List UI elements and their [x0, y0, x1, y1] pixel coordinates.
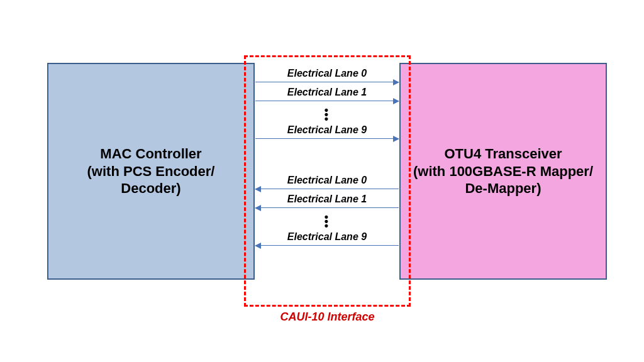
rev-lane-1-arrow [255, 207, 399, 208]
rev-lane-0-label: Electrical Lane 0 [257, 175, 397, 186]
rev-lane-1-label: Electrical Lane 1 [257, 194, 397, 205]
otu4-line1: OTU4 Transceiver [444, 146, 562, 162]
otu4-line2: (with 100GBASE-R Mapper/ [413, 163, 593, 179]
caui-10-interface-label: CAUI-10 Interface [244, 310, 411, 324]
mac-line1: MAC Controller [100, 146, 201, 162]
fwd-lane-9-label: Electrical Lane 9 [257, 124, 397, 136]
mac-controller-block: MAC Controller (with PCS Encoder/ Decode… [47, 63, 255, 280]
fwd-lane-1-arrow [255, 101, 399, 101]
fwd-lane-0-arrow [255, 82, 399, 82]
fwd-lane-0-label: Electrical Lane 0 [257, 68, 397, 79]
otu4-text: OTU4 Transceiver (with 100GBASE-R Mapper… [413, 145, 593, 197]
fwd-lane-1-label: Electrical Lane 1 [257, 87, 397, 98]
diagram-canvas: MAC Controller (with PCS Encoder/ Decode… [0, 0, 644, 362]
mac-line3: Decoder) [121, 180, 180, 196]
mac-controller-text: MAC Controller (with PCS Encoder/ Decode… [87, 145, 215, 197]
fwd-lane-9-arrow [255, 138, 399, 139]
rev-lane-0-arrow [255, 189, 399, 189]
fwd-ellipsis: • • • [257, 108, 397, 121]
otu4-transceiver-block: OTU4 Transceiver (with 100GBASE-R Mapper… [399, 63, 607, 280]
rev-lane-9-arrow [255, 245, 399, 246]
otu4-line3: De-Mapper) [465, 180, 541, 196]
rev-ellipsis: • • • [257, 215, 397, 228]
mac-line2: (with PCS Encoder/ [87, 163, 215, 179]
rev-lane-9-label: Electrical Lane 9 [257, 231, 397, 243]
